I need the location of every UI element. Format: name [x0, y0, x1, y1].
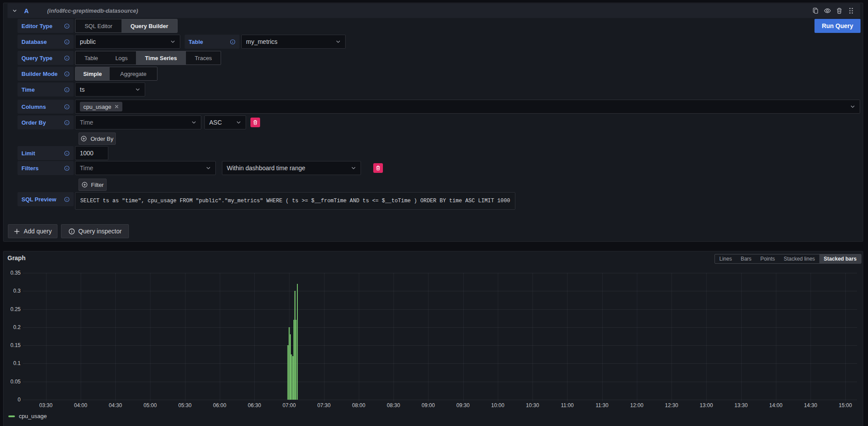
- table-label: Table: [185, 35, 239, 49]
- info-icon[interactable]: [64, 104, 70, 110]
- y-axis-tick-label: 0.1: [6, 361, 21, 366]
- x-axis-tick-label: 11:00: [556, 403, 578, 408]
- info-icon[interactable]: [64, 165, 70, 171]
- gridline-v: [393, 273, 394, 401]
- legend-swatch: [8, 415, 15, 417]
- filters-label: Filters: [18, 161, 74, 175]
- gridline-v: [602, 273, 603, 401]
- column-tag[interactable]: cpu_usage: [80, 102, 122, 111]
- gridline-h: [23, 400, 857, 400]
- remove-tag-icon[interactable]: [114, 104, 119, 109]
- sql-preview-label: SQL Preview: [18, 192, 74, 206]
- graph-panel: Graph LinesBarsPointsStacked linesStacke…: [3, 251, 863, 426]
- info-icon[interactable]: [64, 120, 70, 125]
- x-axis-tick-label: 03:30: [35, 403, 57, 408]
- segment-option-query-builder[interactable]: Query Builder: [121, 19, 177, 32]
- gridline-v: [567, 273, 568, 401]
- chart-bar[interactable]: [297, 284, 298, 400]
- segment-option-table[interactable]: Table: [75, 51, 107, 64]
- info-icon[interactable]: [64, 87, 70, 93]
- x-axis-tick-label: 05:30: [174, 403, 196, 408]
- gridline-v: [150, 273, 150, 401]
- gridline-v: [672, 273, 672, 401]
- eye-icon[interactable]: [824, 7, 831, 14]
- query-inspector-button[interactable]: Query inspector: [61, 224, 129, 238]
- order-by-column-select[interactable]: Time: [75, 115, 201, 129]
- gridline-h: [23, 345, 857, 346]
- chevron-down-icon: [191, 120, 196, 125]
- segment-option-logs[interactable]: Logs: [107, 51, 136, 64]
- x-axis-tick-label: 08:30: [382, 403, 404, 408]
- query-type-label: Query Type: [18, 51, 74, 65]
- segment-option-aggregate[interactable]: Aggregate: [110, 67, 157, 80]
- gridline-v: [776, 273, 776, 401]
- info-icon[interactable]: [64, 71, 70, 77]
- x-axis-tick-label: 04:30: [104, 403, 126, 408]
- drag-handle-icon[interactable]: [847, 7, 855, 14]
- chevron-down-icon: [135, 87, 140, 92]
- query-editor-card: A (info8fcc-greptimedb-datasource) Edito…: [3, 3, 863, 242]
- filter-condition-select[interactable]: Within dashboard time range: [222, 161, 361, 175]
- info-icon[interactable]: [230, 39, 236, 45]
- x-axis-tick-label: 14:30: [800, 403, 822, 408]
- order-by-direction-select[interactable]: ASC: [204, 115, 246, 129]
- info-icon[interactable]: [64, 39, 70, 45]
- x-axis-tick-label: 06:30: [243, 403, 265, 408]
- gridline-v: [706, 273, 707, 401]
- gridline-h: [23, 273, 857, 273]
- segment-option-time-series[interactable]: Time Series: [136, 51, 186, 64]
- info-icon[interactable]: [64, 55, 70, 61]
- time-select[interactable]: ts: [75, 82, 145, 97]
- segment-option-sql-editor[interactable]: SQL Editor: [75, 19, 121, 32]
- gridline-v: [637, 273, 637, 401]
- segment-option-traces[interactable]: Traces: [186, 51, 221, 64]
- x-axis-tick-label: 10:00: [487, 403, 509, 408]
- columns-multiselect[interactable]: cpu_usage: [75, 100, 860, 114]
- copy-icon[interactable]: [812, 7, 819, 14]
- query-row-header[interactable]: A (info8fcc-greptimedb-datasource): [7, 4, 860, 18]
- filter-column-select[interactable]: Time: [75, 161, 216, 175]
- x-axis-tick-label: 04:00: [70, 403, 92, 408]
- table-select[interactable]: my_metrics: [241, 35, 346, 49]
- legend-label[interactable]: cpu_usage: [19, 413, 47, 419]
- gridline-v: [81, 273, 81, 401]
- x-axis-tick-label: 13:00: [695, 403, 717, 408]
- y-axis-tick-label: 0.25: [6, 307, 21, 312]
- info-icon[interactable]: [64, 150, 70, 156]
- x-axis-tick-label: 09:30: [452, 403, 474, 408]
- chevron-down-icon: [170, 39, 175, 44]
- query-type-group: TableLogsTime SeriesTraces: [75, 51, 221, 65]
- collapse-chevron-icon[interactable]: [12, 8, 17, 13]
- info-icon[interactable]: [64, 23, 70, 29]
- database-select[interactable]: public: [75, 35, 180, 49]
- chart-legend[interactable]: cpu_usage: [8, 413, 47, 419]
- builder-mode-group: SimpleAggregate: [75, 67, 157, 81]
- run-query-button[interactable]: Run Query: [814, 19, 861, 33]
- add-query-button[interactable]: Add query: [8, 224, 57, 238]
- add-order-by-button[interactable]: Order By: [79, 132, 116, 145]
- x-axis-tick-label: 08:00: [348, 403, 370, 408]
- chart-plot-area[interactable]: 00.050.10.150.20.250.30.3503:3004:0004:3…: [4, 251, 863, 426]
- trash-icon[interactable]: [836, 7, 843, 14]
- gridline-v: [532, 273, 533, 401]
- gridline-v: [324, 273, 325, 401]
- remove-order-by-button[interactable]: [250, 118, 260, 127]
- gridline-v: [463, 273, 464, 401]
- segment-option-simple[interactable]: Simple: [75, 67, 110, 80]
- remove-filter-button[interactable]: [373, 163, 383, 173]
- columns-label: Columns: [18, 100, 74, 114]
- editor-type-label: Editor Type: [18, 19, 74, 33]
- limit-input[interactable]: 1000: [75, 146, 108, 160]
- add-filter-button[interactable]: Filter: [79, 179, 107, 191]
- x-axis-tick-label: 14:00: [765, 403, 787, 408]
- builder-mode-label: Builder Mode: [18, 67, 74, 81]
- x-axis-tick-label: 05:00: [139, 403, 161, 408]
- gridline-v: [46, 273, 46, 401]
- chevron-down-icon: [850, 104, 855, 109]
- gridline-v: [254, 273, 255, 401]
- x-axis-tick-label: 06:00: [209, 403, 231, 408]
- gridline-v: [498, 273, 498, 401]
- query-ref-id[interactable]: A: [24, 7, 29, 14]
- gridline-v: [359, 273, 359, 401]
- info-icon[interactable]: [64, 197, 70, 202]
